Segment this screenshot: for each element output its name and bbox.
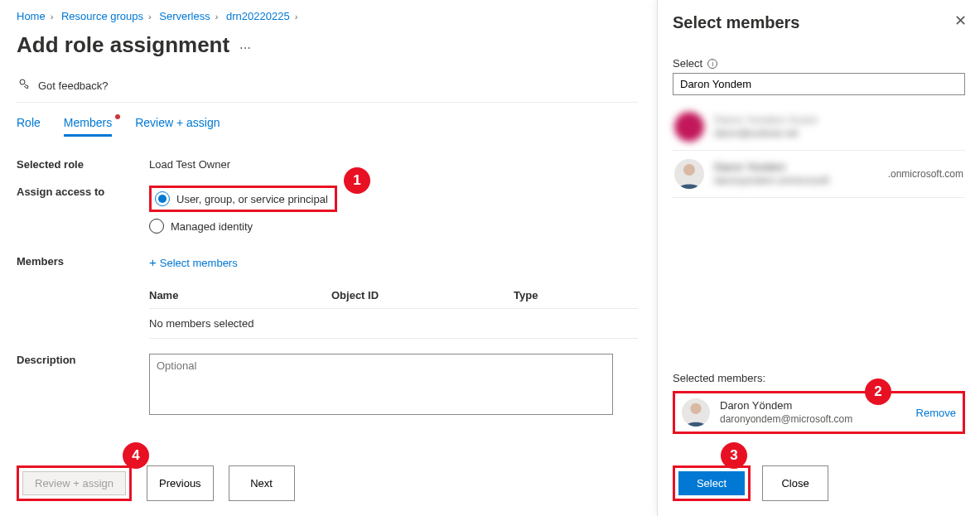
members-table: Name Object ID Type No members selected [149,282,638,339]
radio-checked-icon [155,191,170,206]
tab-members[interactable]: Members [64,116,112,137]
tab-bar: Role Members Review + assign [17,116,638,137]
result-suffix: .onmicrosoft.com [888,168,963,180]
table-empty-row: No members selected [149,308,638,339]
avatar [674,112,704,142]
svg-point-0 [20,80,25,84]
selected-member-name: Daron Yöndem [720,399,852,413]
description-label: Description [17,354,149,366]
result-text-blurred: Daron Yondem Guest daron@outlook.net [714,113,817,140]
members-label: Members [17,255,149,268]
description-input[interactable] [149,354,613,415]
select-button[interactable]: Select [678,471,745,495]
previous-button[interactable]: Previous [147,465,214,501]
select-members-panel: ✕ Select members Select i Daron Yondem G… [657,0,980,516]
radio-user-label: User, group, or service principal [176,193,328,205]
avatar [682,398,710,427]
select-label: Select i [673,57,965,70]
tab-unsaved-dot-icon [115,114,120,119]
selected-members-heading: Selected members: [673,372,965,384]
review-assign-button[interactable]: Review + assign [22,471,126,495]
next-button[interactable]: Next [229,465,295,501]
feedback-icon [18,78,31,94]
tab-review[interactable]: Review + assign [135,116,220,137]
member-search-input[interactable] [673,73,965,95]
plus-icon: + [149,255,157,269]
radio-managed-label: Managed identity [171,220,253,233]
step-badge-4: 4 [123,442,149,469]
selected-role-value: Load Test Owner [149,158,638,171]
tab-role[interactable]: Role [17,116,41,137]
highlight-3: Select [673,465,751,501]
highlight-1: User, group, or service principal [149,186,337,212]
breadcrumb-resource[interactable]: drn20220225 [226,10,290,22]
feedback-link[interactable]: Got feedback? [17,70,638,103]
selected-member-row: Daron Yöndem daronyondem@microsoft.com R… [682,398,956,427]
close-button[interactable]: Close [762,465,828,501]
search-result-1[interactable]: Daron Yondem Guest daron@outlook.net [673,104,965,151]
col-type-header: Type [514,289,613,301]
selected-member-email: daronyondem@microsoft.com [720,413,852,427]
panel-title: Select members [673,13,965,32]
radio-managed-identity[interactable]: Managed identity [149,219,638,234]
info-icon[interactable]: i [707,59,717,69]
breadcrumb-rg[interactable]: Resource groups [61,10,143,22]
selected-role-label: Selected role [17,158,149,171]
svg-point-1 [683,164,695,176]
assign-access-label: Assign access to [17,186,149,198]
breadcrumb-home[interactable]: Home [17,10,46,22]
breadcrumb-serverless[interactable]: Serverless [159,10,210,22]
title-more-icon[interactable]: ⋯ [239,41,251,55]
remove-member-link[interactable]: Remove [916,407,956,419]
col-oid-header: Object ID [331,289,514,301]
avatar [674,159,704,189]
result-text-blurred: Daron Yondem daronyondem.onmicrosoft [714,161,829,187]
feedback-label: Got feedback? [38,80,109,92]
step-badge-2: 2 [865,379,891,405]
tab-members-label: Members [64,116,112,129]
page-title: Add role assignment [17,32,229,58]
select-members-link[interactable]: +Select members [149,257,238,269]
select-members-label: Select members [160,257,238,269]
svg-point-2 [690,403,701,414]
step-badge-1: 1 [344,167,370,194]
highlight-2: 2 Daron Yöndem daronyondem@microsoft.com… [673,391,965,434]
breadcrumb: Home› Resource groups› Serverless› drn20… [17,10,638,22]
search-result-2[interactable]: Daron Yondem daronyondem.onmicrosoft .on… [673,151,965,198]
close-icon[interactable]: ✕ [954,12,967,30]
radio-user-group-sp[interactable]: User, group, or service principal [155,191,328,206]
col-name-header: Name [149,289,331,301]
radio-unchecked-icon [149,219,164,234]
step-badge-3: 3 [721,442,747,469]
highlight-4: Review + assign [17,465,132,501]
